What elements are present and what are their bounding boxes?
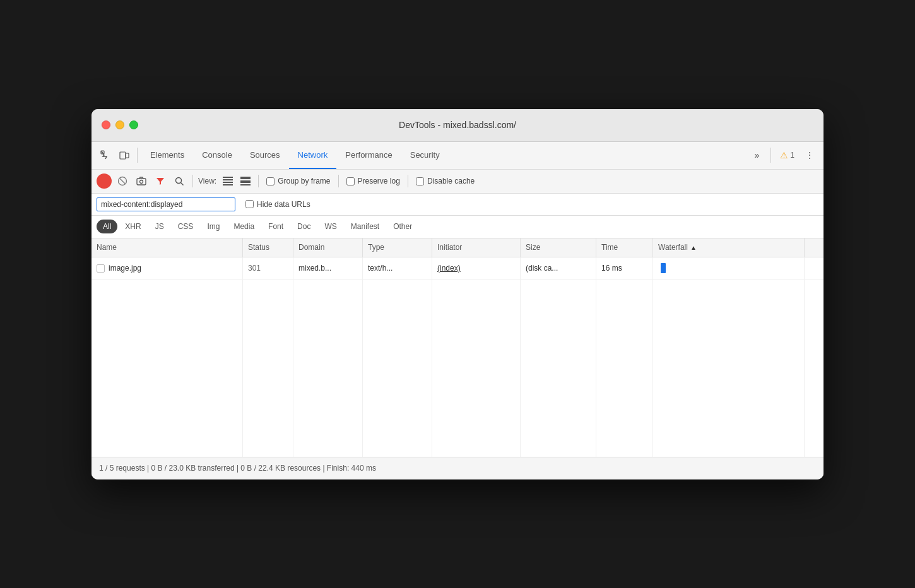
- view-list-button[interactable]: [220, 175, 235, 187]
- th-spacer: [805, 238, 824, 257]
- close-button[interactable]: [102, 121, 110, 129]
- svg-rect-1: [120, 152, 126, 159]
- table-header: Name Status Domain Type Initiator Size T…: [92, 238, 824, 257]
- status-bar: 1 / 5 requests | 0 B / 23.0 KB transferr…: [92, 457, 824, 479]
- toolbar-divider-2: [770, 148, 771, 163]
- group-by-frame-text: Group by frame: [278, 177, 330, 185]
- hide-data-urls-label[interactable]: Hide data URLs: [245, 200, 310, 209]
- tab-performance[interactable]: Performance: [336, 141, 401, 169]
- svg-rect-12: [223, 184, 233, 185]
- device-toolbar-icon[interactable]: [115, 146, 133, 164]
- net-divider-4: [408, 175, 408, 187]
- warning-count: 1: [790, 151, 794, 160]
- th-name[interactable]: Name: [92, 238, 243, 257]
- filter-tab-xhr[interactable]: XHR: [119, 220, 147, 233]
- svg-point-6: [140, 180, 143, 184]
- net-divider-3: [338, 175, 339, 187]
- tab-security[interactable]: Security: [401, 141, 449, 169]
- hide-data-urls-text: Hide data URLs: [257, 200, 310, 209]
- clear-button[interactable]: [114, 173, 131, 189]
- svg-rect-15: [240, 184, 251, 185]
- record-button[interactable]: [97, 173, 112, 189]
- svg-rect-11: [223, 182, 233, 183]
- disable-cache-label[interactable]: Disable cache: [416, 177, 475, 185]
- th-waterfall[interactable]: Waterfall ▲: [653, 238, 805, 257]
- search-input[interactable]: [97, 197, 235, 211]
- view-large-button[interactable]: [238, 175, 253, 187]
- filter-button[interactable]: [152, 173, 168, 189]
- tab-network[interactable]: Network: [289, 141, 337, 169]
- filter-tab-css[interactable]: CSS: [172, 220, 200, 233]
- td-type: text/h...: [363, 257, 432, 279]
- filter-tab-img[interactable]: Img: [201, 220, 226, 233]
- table-row[interactable]: image.jpg 301 mixed.b... text/h... (inde…: [92, 257, 824, 280]
- svg-line-4: [120, 179, 125, 184]
- svg-rect-10: [223, 179, 233, 180]
- svg-rect-5: [137, 179, 146, 185]
- svg-line-8: [180, 182, 183, 185]
- tab-list: Elements Console Sources Network Perform…: [141, 141, 449, 169]
- filter-tab-all[interactable]: All: [97, 220, 117, 233]
- row-checkbox[interactable]: [97, 264, 105, 273]
- th-time[interactable]: Time: [596, 238, 653, 257]
- search-bar: Hide data URLs: [92, 194, 824, 216]
- filter-tab-ws[interactable]: WS: [318, 220, 343, 233]
- waterfall-bar: [661, 263, 666, 273]
- filter-tab-doc[interactable]: Doc: [291, 220, 317, 233]
- window-title: DevTools - mixed.badssl.com/: [399, 120, 516, 130]
- status-text: 1 / 5 requests | 0 B / 23.0 KB transferr…: [99, 464, 376, 473]
- svg-rect-9: [223, 177, 233, 178]
- th-initiator[interactable]: Initiator: [432, 238, 521, 257]
- network-table: Name Status Domain Type Initiator Size T…: [92, 238, 824, 457]
- group-by-frame-label[interactable]: Group by frame: [266, 177, 330, 185]
- td-end: [805, 257, 824, 279]
- sort-arrow-icon: ▲: [690, 244, 697, 251]
- toolbar-divider: [137, 148, 138, 163]
- net-divider-2: [258, 175, 259, 187]
- warning-icon: ⚠: [780, 150, 788, 160]
- devtools-window: DevTools - mixed.badssl.com/ Elements Co…: [92, 109, 824, 479]
- filter-tab-font[interactable]: Font: [262, 220, 290, 233]
- filter-tab-media[interactable]: Media: [227, 220, 261, 233]
- minimize-button[interactable]: [115, 121, 124, 129]
- net-divider-1: [192, 175, 193, 187]
- preserve-log-label[interactable]: Preserve log: [346, 177, 400, 185]
- toolbar-right: » ⚠ 1 ⋮: [748, 146, 818, 164]
- traffic-lights: [102, 121, 138, 129]
- row-filename: image.jpg: [109, 264, 141, 273]
- th-size[interactable]: Size: [521, 238, 596, 257]
- svg-rect-13: [240, 177, 251, 179]
- filter-tabs: All XHR JS CSS Img Media Font Doc WS Man…: [92, 216, 824, 238]
- disable-cache-text: Disable cache: [427, 177, 475, 185]
- view-label: View:: [198, 177, 216, 185]
- preserve-log-text: Preserve log: [358, 177, 400, 185]
- svg-rect-2: [126, 153, 129, 158]
- td-size: (disk ca...: [521, 257, 596, 279]
- filter-tab-manifest[interactable]: Manifest: [345, 220, 386, 233]
- warning-badge: ⚠ 1: [776, 150, 798, 160]
- disable-cache-checkbox[interactable]: [416, 177, 424, 185]
- search-button[interactable]: [171, 173, 187, 189]
- tab-elements[interactable]: Elements: [141, 141, 193, 169]
- preserve-log-checkbox[interactable]: [346, 177, 355, 185]
- table-empty-area: [92, 280, 824, 457]
- camera-button[interactable]: [133, 173, 150, 189]
- th-status[interactable]: Status: [243, 238, 293, 257]
- svg-rect-14: [240, 180, 251, 183]
- more-tabs-button[interactable]: »: [748, 146, 765, 164]
- group-by-frame-checkbox[interactable]: [266, 177, 274, 185]
- main-toolbar: Elements Console Sources Network Perform…: [92, 142, 824, 170]
- tab-console[interactable]: Console: [193, 141, 241, 169]
- more-options-button[interactable]: ⋮: [801, 146, 818, 164]
- th-domain[interactable]: Domain: [293, 238, 363, 257]
- filter-tab-js[interactable]: JS: [149, 220, 170, 233]
- hide-data-urls-checkbox[interactable]: [245, 200, 254, 208]
- inspector-icon[interactable]: [97, 146, 114, 164]
- th-type[interactable]: Type: [363, 238, 432, 257]
- maximize-button[interactable]: [129, 121, 138, 129]
- td-status: 301: [243, 257, 293, 279]
- tab-sources[interactable]: Sources: [241, 141, 289, 169]
- titlebar: DevTools - mixed.badssl.com/: [92, 109, 824, 142]
- filter-tab-other[interactable]: Other: [387, 220, 418, 233]
- td-domain: mixed.b...: [293, 257, 363, 279]
